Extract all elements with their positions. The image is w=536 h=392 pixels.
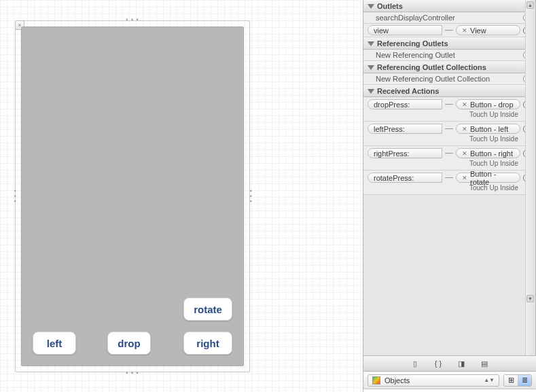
connection-line	[445, 177, 453, 178]
inspector-scroll[interactable]: Outlets searchDisplayController view ✕ V…	[363, 0, 536, 355]
section-ref-outlets-header[interactable]: Referencing Outlets	[363, 37, 535, 50]
action-row[interactable]: rightPress: ✕ Button - right Touch Up In…	[363, 146, 535, 171]
connection-line	[445, 104, 453, 105]
section-title: Outlets	[377, 2, 403, 10]
connection-line	[445, 128, 453, 129]
library-tabs: ▯ { } ◨ ▤	[363, 355, 536, 372]
action-event-label: Touch Up Inside	[456, 159, 531, 168]
outlet-row[interactable]: view ✕ View	[363, 24, 535, 37]
outlet-target-label: View	[470, 26, 486, 35]
connection-line	[445, 153, 453, 154]
action-target-label: Button - left	[470, 125, 508, 133]
disclosure-triangle-icon[interactable]	[368, 41, 374, 46]
file-template-tab-icon[interactable]: ▯	[409, 359, 421, 368]
placeholder-label: New Referencing Outlet	[368, 51, 520, 59]
connections-inspector: Outlets searchDisplayController view ✕ V…	[363, 0, 536, 392]
outlet-name-label: searchDisplayController	[368, 14, 520, 22]
connection-line	[445, 30, 453, 31]
action-event-label: Touch Up Inside	[456, 135, 531, 143]
action-row[interactable]: dropPress: ✕ Button - drop Touch Up Insi…	[363, 97, 535, 122]
action-target-pill[interactable]: ✕ Button - right	[456, 148, 520, 158]
scroll-down-icon[interactable]: ▼	[526, 295, 534, 302]
action-name-pill: dropPress:	[368, 99, 442, 109]
media-library-tab-icon[interactable]: ▤	[478, 359, 490, 368]
disconnect-icon[interactable]: ✕	[462, 150, 467, 157]
action-event-label: Touch Up Inside	[456, 183, 531, 192]
code-snippet-tab-icon[interactable]: { }	[432, 359, 444, 368]
outlet-row[interactable]: searchDisplayController	[363, 12, 535, 24]
library-body[interactable]	[363, 389, 536, 392]
rotate-button[interactable]: rotate	[183, 298, 232, 321]
placeholder-label: New Referencing Outlet Collection	[368, 75, 520, 83]
outlet-row[interactable]: New Referencing Outlet	[363, 50, 535, 61]
outlet-target-pill[interactable]: ✕ View	[456, 25, 520, 35]
library-icon	[372, 376, 380, 385]
section-title: Received Actions	[377, 87, 439, 95]
section-title: Referencing Outlet Collections	[377, 63, 486, 71]
outlet-row[interactable]: New Referencing Outlet Collection	[363, 73, 535, 85]
action-row[interactable]: leftPress: ✕ Button - left Touch Up Insi…	[363, 122, 535, 146]
disclosure-triangle-icon[interactable]	[368, 89, 374, 94]
library-category-select[interactable]: Objects ▲▼	[368, 374, 499, 387]
right-button[interactable]: right	[183, 332, 232, 355]
left-button[interactable]: left	[33, 332, 76, 355]
scrollbar-track[interactable]: ▲ ▼	[525, 0, 535, 355]
root-view[interactable]: rotate left drop right	[21, 26, 244, 366]
chevron-updown-icon: ▲▼	[484, 377, 495, 383]
grid-view-icon[interactable]: ⊞	[504, 375, 518, 386]
outlet-name-pill: view	[368, 25, 442, 35]
view-selection-frame[interactable]: × • • •• • • • • •• • • rotate left drop…	[15, 20, 250, 372]
library-view-mode-segment[interactable]: ⊞ ≣	[503, 374, 532, 387]
section-outlets-header[interactable]: Outlets	[363, 0, 535, 12]
action-event-label: Touch Up Inside	[456, 110, 531, 119]
action-name-pill: leftPress:	[368, 124, 442, 134]
action-target-pill[interactable]: ✕ Button - left	[456, 124, 520, 134]
action-name-pill: rightPress:	[368, 148, 442, 158]
action-target-label: Button - right	[470, 149, 513, 158]
canvas-area[interactable]: × • • •• • • • • •• • • rotate left drop…	[0, 0, 363, 392]
drop-button[interactable]: drop	[107, 332, 151, 355]
disconnect-icon[interactable]: ✕	[462, 27, 467, 34]
disconnect-icon[interactable]: ✕	[462, 101, 467, 108]
action-target-pill[interactable]: ✕ Button - rotate	[456, 173, 520, 183]
library-label: Objects	[385, 376, 410, 385]
disconnect-icon[interactable]: ✕	[462, 126, 467, 132]
action-name-pill: rotatePress:	[368, 173, 442, 183]
disclosure-triangle-icon[interactable]	[368, 4, 374, 9]
action-row[interactable]: rotatePress: ✕ Button - rotate Touch Up …	[363, 171, 535, 195]
section-title: Referencing Outlets	[377, 39, 448, 48]
disclosure-triangle-icon[interactable]	[368, 65, 374, 70]
library-bar: Objects ▲▼ ⊞ ≣	[363, 372, 536, 389]
section-actions-header[interactable]: Received Actions	[363, 85, 535, 97]
section-ref-collections-header[interactable]: Referencing Outlet Collections	[363, 61, 535, 73]
disconnect-icon[interactable]: ✕	[462, 175, 467, 181]
list-view-icon[interactable]: ≣	[518, 375, 531, 386]
scroll-up-icon[interactable]: ▲	[526, 1, 534, 9]
object-library-tab-icon[interactable]: ◨	[455, 359, 467, 368]
action-target-pill[interactable]: ✕ Button - drop	[456, 99, 520, 109]
action-target-label: Button - drop	[470, 101, 514, 109]
